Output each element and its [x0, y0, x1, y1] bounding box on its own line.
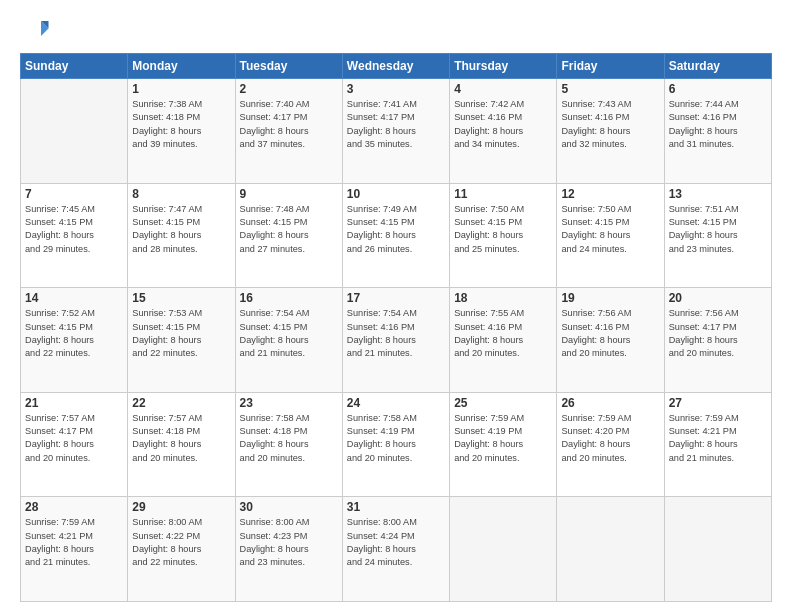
day-info: Sunrise: 7:51 AMSunset: 4:15 PMDaylight:… [669, 203, 767, 256]
calendar-cell: 9Sunrise: 7:48 AMSunset: 4:15 PMDaylight… [235, 183, 342, 288]
day-info: Sunrise: 7:49 AMSunset: 4:15 PMDaylight:… [347, 203, 445, 256]
day-number: 16 [240, 291, 338, 305]
calendar-cell: 22Sunrise: 7:57 AMSunset: 4:18 PMDayligh… [128, 392, 235, 497]
calendar-cell: 6Sunrise: 7:44 AMSunset: 4:16 PMDaylight… [664, 79, 771, 184]
calendar-cell: 20Sunrise: 7:56 AMSunset: 4:17 PMDayligh… [664, 288, 771, 393]
calendar-cell: 14Sunrise: 7:52 AMSunset: 4:15 PMDayligh… [21, 288, 128, 393]
day-info: Sunrise: 7:44 AMSunset: 4:16 PMDaylight:… [669, 98, 767, 151]
day-number: 9 [240, 187, 338, 201]
weekday-header-wednesday: Wednesday [342, 54, 449, 79]
calendar-cell: 18Sunrise: 7:55 AMSunset: 4:16 PMDayligh… [450, 288, 557, 393]
day-info: Sunrise: 7:56 AMSunset: 4:16 PMDaylight:… [561, 307, 659, 360]
day-number: 3 [347, 82, 445, 96]
calendar-cell: 26Sunrise: 7:59 AMSunset: 4:20 PMDayligh… [557, 392, 664, 497]
day-info: Sunrise: 7:56 AMSunset: 4:17 PMDaylight:… [669, 307, 767, 360]
calendar-cell: 29Sunrise: 8:00 AMSunset: 4:22 PMDayligh… [128, 497, 235, 602]
day-info: Sunrise: 7:58 AMSunset: 4:18 PMDaylight:… [240, 412, 338, 465]
day-number: 27 [669, 396, 767, 410]
day-number: 5 [561, 82, 659, 96]
day-number: 1 [132, 82, 230, 96]
calendar-body: 1Sunrise: 7:38 AMSunset: 4:18 PMDaylight… [21, 79, 772, 602]
calendar-cell: 10Sunrise: 7:49 AMSunset: 4:15 PMDayligh… [342, 183, 449, 288]
day-info: Sunrise: 8:00 AMSunset: 4:24 PMDaylight:… [347, 516, 445, 569]
day-info: Sunrise: 7:53 AMSunset: 4:15 PMDaylight:… [132, 307, 230, 360]
calendar-cell: 17Sunrise: 7:54 AMSunset: 4:16 PMDayligh… [342, 288, 449, 393]
calendar-cell: 11Sunrise: 7:50 AMSunset: 4:15 PMDayligh… [450, 183, 557, 288]
day-info: Sunrise: 7:59 AMSunset: 4:20 PMDaylight:… [561, 412, 659, 465]
weekday-header-thursday: Thursday [450, 54, 557, 79]
day-info: Sunrise: 7:59 AMSunset: 4:21 PMDaylight:… [669, 412, 767, 465]
calendar-cell: 16Sunrise: 7:54 AMSunset: 4:15 PMDayligh… [235, 288, 342, 393]
day-number: 22 [132, 396, 230, 410]
day-number: 6 [669, 82, 767, 96]
calendar-cell: 25Sunrise: 7:59 AMSunset: 4:19 PMDayligh… [450, 392, 557, 497]
day-number: 12 [561, 187, 659, 201]
page: SundayMondayTuesdayWednesdayThursdayFrid… [0, 0, 792, 612]
day-info: Sunrise: 7:52 AMSunset: 4:15 PMDaylight:… [25, 307, 123, 360]
day-info: Sunrise: 7:59 AMSunset: 4:19 PMDaylight:… [454, 412, 552, 465]
day-info: Sunrise: 7:54 AMSunset: 4:15 PMDaylight:… [240, 307, 338, 360]
header [20, 15, 772, 45]
day-info: Sunrise: 7:50 AMSunset: 4:15 PMDaylight:… [561, 203, 659, 256]
logo-icon [20, 15, 50, 45]
day-number: 30 [240, 500, 338, 514]
day-info: Sunrise: 7:58 AMSunset: 4:19 PMDaylight:… [347, 412, 445, 465]
weekday-header-row: SundayMondayTuesdayWednesdayThursdayFrid… [21, 54, 772, 79]
day-number: 28 [25, 500, 123, 514]
day-number: 19 [561, 291, 659, 305]
calendar-cell: 21Sunrise: 7:57 AMSunset: 4:17 PMDayligh… [21, 392, 128, 497]
calendar-cell: 24Sunrise: 7:58 AMSunset: 4:19 PMDayligh… [342, 392, 449, 497]
day-number: 21 [25, 396, 123, 410]
day-info: Sunrise: 7:54 AMSunset: 4:16 PMDaylight:… [347, 307, 445, 360]
day-number: 4 [454, 82, 552, 96]
weekday-header-sunday: Sunday [21, 54, 128, 79]
day-number: 10 [347, 187, 445, 201]
calendar-cell [21, 79, 128, 184]
day-number: 25 [454, 396, 552, 410]
day-number: 8 [132, 187, 230, 201]
calendar-week-3: 14Sunrise: 7:52 AMSunset: 4:15 PMDayligh… [21, 288, 772, 393]
day-info: Sunrise: 7:42 AMSunset: 4:16 PMDaylight:… [454, 98, 552, 151]
day-number: 17 [347, 291, 445, 305]
day-info: Sunrise: 7:57 AMSunset: 4:17 PMDaylight:… [25, 412, 123, 465]
calendar-cell: 19Sunrise: 7:56 AMSunset: 4:16 PMDayligh… [557, 288, 664, 393]
day-number: 29 [132, 500, 230, 514]
calendar-cell: 7Sunrise: 7:45 AMSunset: 4:15 PMDaylight… [21, 183, 128, 288]
day-number: 31 [347, 500, 445, 514]
day-info: Sunrise: 7:38 AMSunset: 4:18 PMDaylight:… [132, 98, 230, 151]
day-number: 24 [347, 396, 445, 410]
day-number: 7 [25, 187, 123, 201]
calendar-cell [664, 497, 771, 602]
day-info: Sunrise: 7:50 AMSunset: 4:15 PMDaylight:… [454, 203, 552, 256]
weekday-header-tuesday: Tuesday [235, 54, 342, 79]
day-info: Sunrise: 7:41 AMSunset: 4:17 PMDaylight:… [347, 98, 445, 151]
day-number: 26 [561, 396, 659, 410]
calendar-table: SundayMondayTuesdayWednesdayThursdayFrid… [20, 53, 772, 602]
day-info: Sunrise: 7:48 AMSunset: 4:15 PMDaylight:… [240, 203, 338, 256]
day-info: Sunrise: 7:55 AMSunset: 4:16 PMDaylight:… [454, 307, 552, 360]
day-number: 23 [240, 396, 338, 410]
logo [20, 15, 54, 45]
day-info: Sunrise: 8:00 AMSunset: 4:22 PMDaylight:… [132, 516, 230, 569]
day-info: Sunrise: 7:57 AMSunset: 4:18 PMDaylight:… [132, 412, 230, 465]
calendar-cell: 8Sunrise: 7:47 AMSunset: 4:15 PMDaylight… [128, 183, 235, 288]
calendar-week-4: 21Sunrise: 7:57 AMSunset: 4:17 PMDayligh… [21, 392, 772, 497]
day-info: Sunrise: 7:45 AMSunset: 4:15 PMDaylight:… [25, 203, 123, 256]
day-info: Sunrise: 8:00 AMSunset: 4:23 PMDaylight:… [240, 516, 338, 569]
day-info: Sunrise: 7:47 AMSunset: 4:15 PMDaylight:… [132, 203, 230, 256]
calendar-week-1: 1Sunrise: 7:38 AMSunset: 4:18 PMDaylight… [21, 79, 772, 184]
day-info: Sunrise: 7:59 AMSunset: 4:21 PMDaylight:… [25, 516, 123, 569]
calendar-cell: 28Sunrise: 7:59 AMSunset: 4:21 PMDayligh… [21, 497, 128, 602]
calendar-header: SundayMondayTuesdayWednesdayThursdayFrid… [21, 54, 772, 79]
calendar-cell: 13Sunrise: 7:51 AMSunset: 4:15 PMDayligh… [664, 183, 771, 288]
day-number: 20 [669, 291, 767, 305]
calendar-cell: 12Sunrise: 7:50 AMSunset: 4:15 PMDayligh… [557, 183, 664, 288]
day-number: 14 [25, 291, 123, 305]
day-number: 18 [454, 291, 552, 305]
day-info: Sunrise: 7:43 AMSunset: 4:16 PMDaylight:… [561, 98, 659, 151]
day-number: 15 [132, 291, 230, 305]
calendar-cell: 3Sunrise: 7:41 AMSunset: 4:17 PMDaylight… [342, 79, 449, 184]
calendar-cell: 15Sunrise: 7:53 AMSunset: 4:15 PMDayligh… [128, 288, 235, 393]
day-number: 2 [240, 82, 338, 96]
calendar-cell: 4Sunrise: 7:42 AMSunset: 4:16 PMDaylight… [450, 79, 557, 184]
